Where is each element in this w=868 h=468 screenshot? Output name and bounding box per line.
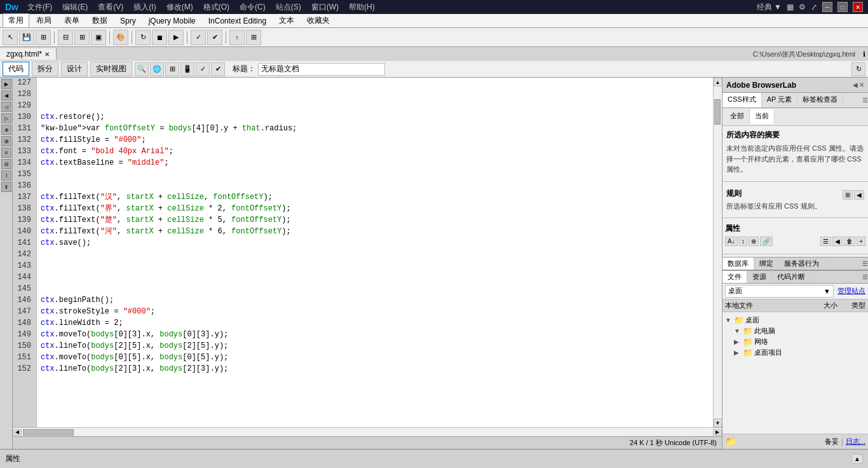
scroll-down-arrow[interactable]: ▼ bbox=[714, 418, 722, 427]
prop-sort-za[interactable]: ↕ bbox=[739, 237, 747, 246]
menu-command[interactable]: 命令(C) bbox=[236, 1, 269, 14]
doc-tab-close[interactable]: ✕ bbox=[44, 51, 50, 58]
sidebar-icon-2[interactable]: ◀ bbox=[1, 90, 11, 100]
vertical-scrollbar[interactable]: ▲ ▼ bbox=[713, 78, 722, 427]
tree-item-desktop-items[interactable]: ▶ 📁 桌面项目 bbox=[725, 347, 865, 358]
prop-sort-az[interactable]: A↓ bbox=[725, 237, 738, 246]
view-design-btn[interactable]: 设计 bbox=[61, 62, 88, 76]
manage-site-link[interactable]: 管理站点 bbox=[837, 286, 865, 296]
panel-collapse-btn[interactable]: ◀ bbox=[853, 81, 858, 88]
toolbar-select[interactable]: ↖ bbox=[3, 30, 18, 45]
h-scroll-thumb[interactable] bbox=[23, 429, 74, 436]
toolbar-media[interactable]: ⊞ bbox=[74, 30, 90, 45]
tab-server-behavior[interactable]: 服务器行为 bbox=[779, 258, 825, 270]
menu-help[interactable]: 帮助(H) bbox=[345, 1, 379, 14]
layout-icon[interactable]: ▦ bbox=[787, 3, 794, 11]
bottom-tabs-expand[interactable]: ☰ bbox=[862, 258, 868, 270]
menu-edit[interactable]: 编辑(E) bbox=[58, 1, 92, 14]
scroll-right-arrow[interactable]: ▶ bbox=[713, 429, 722, 436]
maximize-button[interactable]: □ bbox=[837, 2, 848, 12]
toolbar-colorpicker[interactable]: 🎨 bbox=[113, 30, 128, 45]
menu-format[interactable]: 格式(O) bbox=[200, 1, 233, 14]
toolbar-save-all[interactable]: ⊞ bbox=[36, 30, 51, 45]
validate-btn[interactable]: ✔ bbox=[211, 62, 225, 76]
sidebar-icon-1[interactable]: ▶ bbox=[1, 79, 11, 89]
viewport-btn[interactable]: 📱 bbox=[180, 62, 194, 76]
sidebar-icon-9[interactable]: Ⅰ bbox=[1, 170, 11, 181]
inspect-btn[interactable]: 🔍 bbox=[135, 62, 149, 76]
tab-bind[interactable]: 绑定 bbox=[754, 258, 779, 270]
tab-database[interactable]: 数据库 bbox=[722, 258, 754, 270]
tab-css-styles[interactable]: CSS样式 bbox=[722, 93, 762, 107]
subtab-current[interactable]: 当前 bbox=[750, 109, 775, 124]
multiscreen-btn[interactable]: ⊞ bbox=[165, 62, 179, 76]
menu-site[interactable]: 站点(S) bbox=[272, 1, 305, 14]
sec-menu-jquery[interactable]: jQuery Mobile bbox=[143, 15, 201, 27]
file-tabs-expand[interactable]: ☰ bbox=[862, 271, 868, 283]
sec-menu-form[interactable]: 表单 bbox=[58, 13, 85, 28]
tree-item-computer[interactable]: ▼ 📁 此电脑 bbox=[725, 326, 865, 336]
css-panel-options[interactable]: ☰ bbox=[862, 93, 868, 107]
prop-attach[interactable]: 🔗 bbox=[760, 237, 773, 246]
toolbar-preview[interactable]: ▶ bbox=[168, 30, 184, 45]
sidebar-icon-5[interactable]: ⊕ bbox=[1, 125, 11, 135]
tab-assets[interactable]: 资源 bbox=[747, 271, 772, 283]
view-code-btn[interactable]: 代码 bbox=[3, 62, 29, 76]
browser-preview-btn[interactable]: 🌐 bbox=[150, 62, 164, 76]
panel-close-btn[interactable]: ✕ bbox=[859, 81, 864, 88]
check-browser-btn[interactable]: ✓ bbox=[196, 62, 210, 76]
rules-option-btn[interactable]: ⊞ bbox=[843, 190, 853, 200]
toolbar-upload[interactable]: ↑ bbox=[229, 30, 245, 45]
scroll-thumb[interactable] bbox=[714, 99, 721, 125]
sidebar-icon-3[interactable]: ◁ bbox=[1, 102, 11, 112]
gear-icon[interactable]: ⚙ bbox=[799, 3, 806, 11]
sidebar-icon-8[interactable]: ⊟ bbox=[1, 159, 11, 169]
menu-view[interactable]: 查看(V) bbox=[94, 1, 127, 14]
sec-menu-favorites[interactable]: 收藏夹 bbox=[301, 13, 336, 28]
scroll-up-arrow[interactable]: ▲ bbox=[714, 78, 722, 86]
title-input[interactable] bbox=[258, 63, 385, 76]
sec-menu-data[interactable]: 数据 bbox=[86, 13, 113, 28]
toolbar-expand[interactable]: ⊞ bbox=[246, 30, 261, 45]
prop-options[interactable]: ☰ bbox=[820, 237, 831, 246]
code-content[interactable]: ctx.restore(); "kw-blue">var fontOffsetY… bbox=[37, 78, 713, 427]
refresh-btn[interactable]: ↻ bbox=[851, 62, 865, 76]
tab-ap-elements[interactable]: AP 元素 bbox=[762, 93, 798, 107]
view-live-btn[interactable]: 实时视图 bbox=[90, 62, 132, 76]
toolbar-save[interactable]: 💾 bbox=[19, 30, 34, 45]
toolbar-table[interactable]: ⊟ bbox=[58, 30, 73, 45]
tab-files[interactable]: 文件 bbox=[722, 271, 747, 283]
prop-add[interactable]: + bbox=[857, 237, 865, 246]
menu-insert[interactable]: 插入(I) bbox=[130, 1, 159, 14]
toolbar-validate[interactable]: ✔ bbox=[207, 30, 222, 45]
sec-menu-text[interactable]: 文本 bbox=[273, 13, 300, 28]
sec-menu-incontext[interactable]: InContext Editing bbox=[203, 15, 272, 27]
toolbar-frame[interactable]: ▣ bbox=[91, 30, 106, 45]
tree-item-network[interactable]: ▶ 📁 网络 bbox=[725, 336, 865, 347]
toolbar-stop[interactable]: ⏹ bbox=[152, 30, 167, 45]
subtab-all[interactable]: 全部 bbox=[725, 109, 750, 124]
minimize-button[interactable]: ─ bbox=[822, 2, 832, 12]
prop-expand[interactable]: ◀ bbox=[832, 237, 843, 246]
menu-modify[interactable]: 修改(M) bbox=[163, 1, 197, 14]
sec-menu-layout[interactable]: 布局 bbox=[31, 13, 57, 28]
path-info-btn[interactable]: ℹ bbox=[860, 50, 868, 59]
toolbar-refresh[interactable]: ↻ bbox=[135, 30, 151, 45]
file-location-select[interactable]: 桌面 ▼ bbox=[725, 285, 834, 298]
prop-bar-expand-btn[interactable]: ▲ bbox=[851, 454, 863, 464]
tab-tag-inspector[interactable]: 标签检查器 bbox=[797, 93, 843, 107]
tab-snippets[interactable]: 代码片断 bbox=[772, 271, 811, 283]
view-split-btn[interactable]: 拆分 bbox=[32, 62, 58, 76]
share-icon[interactable]: ⤤ bbox=[811, 3, 817, 11]
sidebar-icon-7[interactable]: ≡ bbox=[1, 148, 11, 158]
log-link[interactable]: 日志... bbox=[846, 437, 865, 446]
prop-new[interactable]: ⊕ bbox=[749, 237, 759, 246]
sidebar-icon-6[interactable]: ⊞ bbox=[1, 136, 11, 146]
sec-menu-common[interactable]: 常用 bbox=[3, 13, 29, 28]
sidebar-icon-4[interactable]: ▷ bbox=[1, 113, 11, 123]
close-button[interactable]: ✕ bbox=[853, 2, 863, 12]
rules-expand-btn[interactable]: ◀ bbox=[854, 190, 864, 200]
tree-item-desktop-root[interactable]: ▼ 📁 桌面 bbox=[725, 315, 865, 326]
menu-window[interactable]: 窗口(W) bbox=[308, 1, 342, 14]
horizontal-scrollbar[interactable]: ◀ ▶ bbox=[13, 427, 722, 436]
